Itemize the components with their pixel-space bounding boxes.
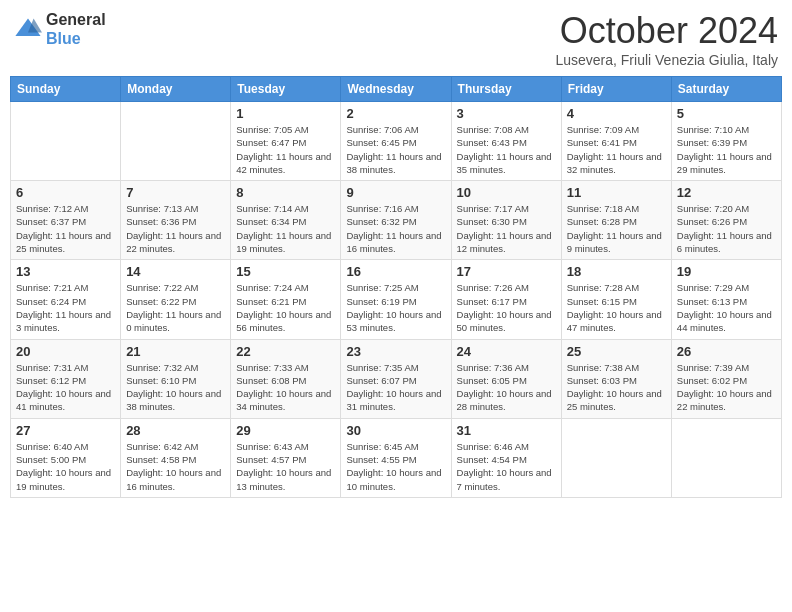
calendar-cell: 20Sunrise: 7:31 AMSunset: 6:12 PMDayligh… (11, 339, 121, 418)
calendar-cell (11, 102, 121, 181)
calendar-cell: 8Sunrise: 7:14 AMSunset: 6:34 PMDaylight… (231, 181, 341, 260)
day-number: 24 (457, 344, 556, 359)
day-number: 31 (457, 423, 556, 438)
day-info: Sunrise: 7:32 AMSunset: 6:10 PMDaylight:… (126, 361, 225, 414)
calendar-cell: 24Sunrise: 7:36 AMSunset: 6:05 PMDayligh… (451, 339, 561, 418)
calendar-cell: 4Sunrise: 7:09 AMSunset: 6:41 PMDaylight… (561, 102, 671, 181)
calendar-cell: 29Sunrise: 6:43 AMSunset: 4:57 PMDayligh… (231, 418, 341, 497)
calendar-cell: 7Sunrise: 7:13 AMSunset: 6:36 PMDaylight… (121, 181, 231, 260)
calendar-cell: 23Sunrise: 7:35 AMSunset: 6:07 PMDayligh… (341, 339, 451, 418)
day-number: 7 (126, 185, 225, 200)
day-info: Sunrise: 7:39 AMSunset: 6:02 PMDaylight:… (677, 361, 776, 414)
day-info: Sunrise: 7:29 AMSunset: 6:13 PMDaylight:… (677, 281, 776, 334)
calendar-header-row: SundayMondayTuesdayWednesdayThursdayFrid… (11, 77, 782, 102)
day-info: Sunrise: 6:40 AMSunset: 5:00 PMDaylight:… (16, 440, 115, 493)
day-info: Sunrise: 6:42 AMSunset: 4:58 PMDaylight:… (126, 440, 225, 493)
calendar-week-2: 6Sunrise: 7:12 AMSunset: 6:37 PMDaylight… (11, 181, 782, 260)
calendar-cell: 31Sunrise: 6:46 AMSunset: 4:54 PMDayligh… (451, 418, 561, 497)
day-number: 6 (16, 185, 115, 200)
day-header-friday: Friday (561, 77, 671, 102)
calendar-cell: 15Sunrise: 7:24 AMSunset: 6:21 PMDayligh… (231, 260, 341, 339)
day-info: Sunrise: 7:24 AMSunset: 6:21 PMDaylight:… (236, 281, 335, 334)
day-info: Sunrise: 7:28 AMSunset: 6:15 PMDaylight:… (567, 281, 666, 334)
day-info: Sunrise: 7:21 AMSunset: 6:24 PMDaylight:… (16, 281, 115, 334)
day-number: 17 (457, 264, 556, 279)
day-info: Sunrise: 7:22 AMSunset: 6:22 PMDaylight:… (126, 281, 225, 334)
calendar-cell (561, 418, 671, 497)
calendar-cell: 17Sunrise: 7:26 AMSunset: 6:17 PMDayligh… (451, 260, 561, 339)
day-header-saturday: Saturday (671, 77, 781, 102)
day-info: Sunrise: 6:43 AMSunset: 4:57 PMDaylight:… (236, 440, 335, 493)
day-number: 15 (236, 264, 335, 279)
calendar-cell (121, 102, 231, 181)
day-number: 25 (567, 344, 666, 359)
title-area: October 2024 Lusevera, Friuli Venezia Gi… (555, 10, 778, 68)
calendar-cell: 6Sunrise: 7:12 AMSunset: 6:37 PMDaylight… (11, 181, 121, 260)
day-number: 4 (567, 106, 666, 121)
day-number: 22 (236, 344, 335, 359)
logo-icon (14, 15, 42, 43)
day-number: 5 (677, 106, 776, 121)
calendar-cell: 5Sunrise: 7:10 AMSunset: 6:39 PMDaylight… (671, 102, 781, 181)
day-number: 13 (16, 264, 115, 279)
day-info: Sunrise: 7:10 AMSunset: 6:39 PMDaylight:… (677, 123, 776, 176)
day-info: Sunrise: 7:36 AMSunset: 6:05 PMDaylight:… (457, 361, 556, 414)
calendar-cell: 10Sunrise: 7:17 AMSunset: 6:30 PMDayligh… (451, 181, 561, 260)
calendar-cell: 18Sunrise: 7:28 AMSunset: 6:15 PMDayligh… (561, 260, 671, 339)
calendar-cell: 21Sunrise: 7:32 AMSunset: 6:10 PMDayligh… (121, 339, 231, 418)
calendar-week-1: 1Sunrise: 7:05 AMSunset: 6:47 PMDaylight… (11, 102, 782, 181)
calendar-cell: 13Sunrise: 7:21 AMSunset: 6:24 PMDayligh… (11, 260, 121, 339)
day-info: Sunrise: 7:31 AMSunset: 6:12 PMDaylight:… (16, 361, 115, 414)
calendar-cell: 22Sunrise: 7:33 AMSunset: 6:08 PMDayligh… (231, 339, 341, 418)
day-info: Sunrise: 7:12 AMSunset: 6:37 PMDaylight:… (16, 202, 115, 255)
day-info: Sunrise: 7:05 AMSunset: 6:47 PMDaylight:… (236, 123, 335, 176)
day-info: Sunrise: 7:13 AMSunset: 6:36 PMDaylight:… (126, 202, 225, 255)
day-header-monday: Monday (121, 77, 231, 102)
day-header-sunday: Sunday (11, 77, 121, 102)
day-info: Sunrise: 7:38 AMSunset: 6:03 PMDaylight:… (567, 361, 666, 414)
page-header: General Blue October 2024 Lusevera, Friu… (10, 10, 782, 68)
calendar-cell: 16Sunrise: 7:25 AMSunset: 6:19 PMDayligh… (341, 260, 451, 339)
day-info: Sunrise: 7:09 AMSunset: 6:41 PMDaylight:… (567, 123, 666, 176)
calendar-cell: 27Sunrise: 6:40 AMSunset: 5:00 PMDayligh… (11, 418, 121, 497)
day-info: Sunrise: 7:06 AMSunset: 6:45 PMDaylight:… (346, 123, 445, 176)
day-info: Sunrise: 6:45 AMSunset: 4:55 PMDaylight:… (346, 440, 445, 493)
day-number: 26 (677, 344, 776, 359)
day-info: Sunrise: 7:33 AMSunset: 6:08 PMDaylight:… (236, 361, 335, 414)
day-number: 20 (16, 344, 115, 359)
day-info: Sunrise: 7:16 AMSunset: 6:32 PMDaylight:… (346, 202, 445, 255)
calendar-cell: 25Sunrise: 7:38 AMSunset: 6:03 PMDayligh… (561, 339, 671, 418)
day-number: 16 (346, 264, 445, 279)
day-info: Sunrise: 7:17 AMSunset: 6:30 PMDaylight:… (457, 202, 556, 255)
day-number: 10 (457, 185, 556, 200)
day-number: 21 (126, 344, 225, 359)
day-number: 18 (567, 264, 666, 279)
day-info: Sunrise: 7:14 AMSunset: 6:34 PMDaylight:… (236, 202, 335, 255)
logo: General Blue (14, 10, 106, 48)
calendar-week-4: 20Sunrise: 7:31 AMSunset: 6:12 PMDayligh… (11, 339, 782, 418)
day-number: 12 (677, 185, 776, 200)
day-number: 14 (126, 264, 225, 279)
day-info: Sunrise: 7:18 AMSunset: 6:28 PMDaylight:… (567, 202, 666, 255)
day-info: Sunrise: 7:26 AMSunset: 6:17 PMDaylight:… (457, 281, 556, 334)
day-header-wednesday: Wednesday (341, 77, 451, 102)
logo-general: General (46, 10, 106, 29)
day-number: 2 (346, 106, 445, 121)
day-number: 1 (236, 106, 335, 121)
day-info: Sunrise: 7:08 AMSunset: 6:43 PMDaylight:… (457, 123, 556, 176)
day-number: 30 (346, 423, 445, 438)
calendar-week-3: 13Sunrise: 7:21 AMSunset: 6:24 PMDayligh… (11, 260, 782, 339)
calendar-cell: 19Sunrise: 7:29 AMSunset: 6:13 PMDayligh… (671, 260, 781, 339)
day-number: 3 (457, 106, 556, 121)
logo-blue: Blue (46, 29, 106, 48)
month-title: October 2024 (555, 10, 778, 52)
day-number: 27 (16, 423, 115, 438)
day-info: Sunrise: 6:46 AMSunset: 4:54 PMDaylight:… (457, 440, 556, 493)
calendar-table: SundayMondayTuesdayWednesdayThursdayFrid… (10, 76, 782, 498)
calendar-cell: 3Sunrise: 7:08 AMSunset: 6:43 PMDaylight… (451, 102, 561, 181)
day-info: Sunrise: 7:20 AMSunset: 6:26 PMDaylight:… (677, 202, 776, 255)
calendar-cell (671, 418, 781, 497)
day-number: 28 (126, 423, 225, 438)
day-number: 11 (567, 185, 666, 200)
calendar-cell: 11Sunrise: 7:18 AMSunset: 6:28 PMDayligh… (561, 181, 671, 260)
